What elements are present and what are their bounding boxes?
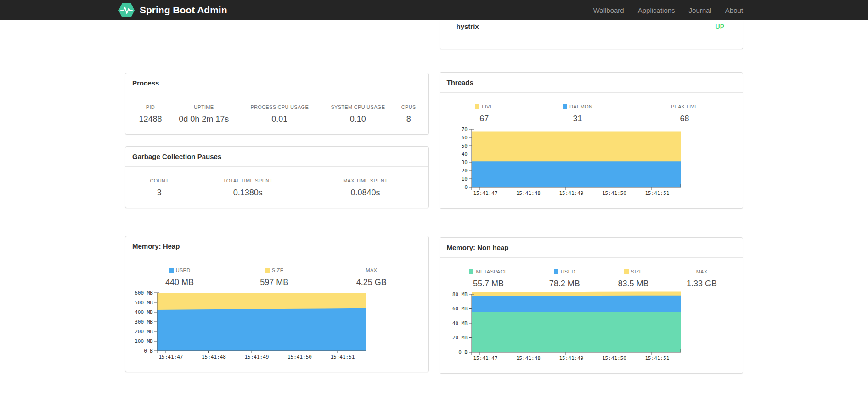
gc-stats-table: COUNTTOTAL TIME SPENTMAX TIME SPENT30.13… bbox=[132, 178, 422, 198]
memory-heap-card-body: USEDSIZEMAX440 MB597 MB4.25 GB 0 B100 MB… bbox=[125, 256, 428, 372]
nav-item-journal[interactable]: Journal bbox=[689, 6, 711, 14]
application-row[interactable]: hystrix UP bbox=[440, 20, 743, 36]
svg-text:80 MB: 80 MB bbox=[452, 291, 467, 297]
svg-text:40: 40 bbox=[461, 151, 467, 157]
legend-marker-icon bbox=[554, 269, 558, 274]
stat-value: 4.25 GB bbox=[321, 278, 421, 287]
stats-values-row: 55.7 MB78.2 MB83.5 MB1.33 GB bbox=[447, 279, 736, 289]
right-column: hystrix UP Threads LIVEDAEMONPEAK LIVE67… bbox=[440, 20, 744, 374]
threads-chart: 01020304050607015:41:4715:41:4815:41:491… bbox=[445, 126, 736, 199]
svg-text:15:41:48: 15:41:48 bbox=[516, 355, 541, 361]
stat-label: CPUS bbox=[396, 104, 422, 114]
threads-card: Threads LIVEDAEMONPEAK LIVE673168 010203… bbox=[440, 72, 744, 209]
svg-text:30: 30 bbox=[461, 159, 467, 165]
svg-text:20: 20 bbox=[461, 168, 467, 174]
svg-text:15:41:49: 15:41:49 bbox=[559, 355, 583, 361]
nav-item-wallboard[interactable]: Wallboard bbox=[593, 6, 624, 14]
stat-value: 0d 0h 2m 17s bbox=[169, 114, 239, 124]
stat-value: 3 bbox=[132, 188, 186, 198]
stat-label: METASPACE bbox=[447, 269, 530, 279]
brand-link[interactable]: Spring Boot Admin bbox=[118, 3, 227, 18]
process-card-body: PIDUPTIMEPROCESS CPU USAGESYSTEM CPU USA… bbox=[125, 93, 428, 134]
stat-label: USED bbox=[132, 268, 227, 278]
stats-labels-row: METASPACEUSEDSIZEMAX bbox=[447, 269, 736, 279]
navbar: Spring Boot Admin WallboardApplicationsJ… bbox=[0, 0, 868, 20]
stat-label: MAX TIME SPENT bbox=[310, 178, 422, 188]
svg-text:200 MB: 200 MB bbox=[135, 329, 153, 335]
stat-label: MAX bbox=[668, 269, 736, 279]
spacer bbox=[125, 208, 429, 236]
svg-text:15:41:48: 15:41:48 bbox=[202, 354, 226, 360]
memory-heap-card-title: Memory: Heap bbox=[125, 236, 428, 256]
stat-value: 440 MB bbox=[132, 278, 227, 287]
application-status-card: hystrix UP bbox=[440, 20, 744, 49]
stat-label: SIZE bbox=[599, 269, 668, 279]
legend-marker-icon bbox=[169, 268, 174, 273]
legend-marker-icon bbox=[265, 268, 270, 273]
stat-label: TOTAL TIME SPENT bbox=[186, 178, 310, 188]
svg-text:500 MB: 500 MB bbox=[135, 300, 153, 306]
application-status-badge: UP bbox=[716, 23, 724, 30]
svg-text:400 MB: 400 MB bbox=[135, 309, 153, 315]
stats-labels-row: PIDUPTIMEPROCESS CPU USAGESYSTEM CPU USA… bbox=[132, 104, 422, 114]
spacer bbox=[125, 135, 429, 146]
stats-labels-row: LIVEDAEMONPEAK LIVE bbox=[447, 104, 736, 114]
stat-label: SYSTEM CPU USAGE bbox=[320, 104, 396, 114]
stat-value: 0.0840s bbox=[310, 188, 422, 198]
svg-text:15:41:49: 15:41:49 bbox=[245, 354, 269, 360]
stat-label: LIVE bbox=[447, 104, 522, 114]
stat-value: 55.7 MB bbox=[447, 279, 530, 289]
left-column: Process PIDUPTIMEPROCESS CPU USAGESYSTEM… bbox=[125, 20, 429, 372]
svg-text:15:41:47: 15:41:47 bbox=[473, 190, 497, 196]
spacer bbox=[125, 20, 429, 73]
stat-value: 0.10 bbox=[320, 114, 396, 124]
nav-item-about[interactable]: About bbox=[725, 6, 743, 14]
svg-text:15:41:50: 15:41:50 bbox=[602, 355, 626, 361]
svg-text:60: 60 bbox=[461, 135, 467, 141]
svg-text:0 B: 0 B bbox=[144, 348, 153, 354]
stat-value: 1.33 GB bbox=[668, 279, 736, 289]
stat-value: 12488 bbox=[132, 114, 169, 124]
svg-text:15:41:51: 15:41:51 bbox=[645, 355, 669, 361]
svg-text:0: 0 bbox=[464, 184, 468, 190]
spacer bbox=[440, 49, 744, 72]
svg-text:15:41:48: 15:41:48 bbox=[516, 190, 541, 196]
memory-heap-stats-table: USEDSIZEMAX440 MB597 MB4.25 GB bbox=[132, 268, 422, 287]
stat-label: DAEMON bbox=[522, 104, 633, 114]
stats-labels-row: COUNTTOTAL TIME SPENTMAX TIME SPENT bbox=[132, 178, 422, 188]
brand-title: Spring Boot Admin bbox=[140, 5, 227, 16]
gc-card-body: COUNTTOTAL TIME SPENTMAX TIME SPENT30.13… bbox=[125, 167, 428, 208]
svg-text:60 MB: 60 MB bbox=[452, 306, 467, 312]
application-name[interactable]: hystrix bbox=[457, 23, 479, 30]
spacer bbox=[440, 209, 744, 237]
stat-label: PEAK LIVE bbox=[633, 104, 736, 114]
stats-values-row: 124880d 0h 2m 17s0.010.108 bbox=[132, 114, 422, 124]
svg-text:20 MB: 20 MB bbox=[452, 335, 467, 341]
stats-values-row: 673168 bbox=[447, 114, 736, 124]
memory-heap-chart: 0 B100 MB200 MB300 MB400 MB500 MB600 MB1… bbox=[130, 290, 422, 363]
legend-marker-icon bbox=[563, 104, 567, 109]
legend-marker-icon bbox=[475, 104, 479, 109]
svg-text:15:41:50: 15:41:50 bbox=[602, 190, 626, 196]
stat-label: USED bbox=[530, 269, 599, 279]
svg-text:15:41:47: 15:41:47 bbox=[473, 355, 497, 361]
stat-label: COUNT bbox=[132, 178, 186, 188]
nav-item-applications[interactable]: Applications bbox=[638, 6, 675, 14]
legend-marker-icon bbox=[469, 269, 473, 274]
memory-nonheap-card-title: Memory: Non heap bbox=[440, 238, 743, 258]
svg-text:70: 70 bbox=[461, 126, 467, 132]
process-card: Process PIDUPTIMEPROCESS CPU USAGESYSTEM… bbox=[125, 73, 429, 135]
gc-card: Garbage Collection Pauses COUNTTOTAL TIM… bbox=[125, 146, 429, 208]
svg-text:40 MB: 40 MB bbox=[452, 320, 467, 326]
svg-text:600 MB: 600 MB bbox=[135, 290, 153, 296]
stat-value: 597 MB bbox=[227, 278, 321, 287]
stat-value: 0.1380s bbox=[186, 188, 310, 198]
memory-nonheap-card: Memory: Non heap METASPACEUSEDSIZEMAX55.… bbox=[440, 237, 744, 374]
stat-label: PID bbox=[132, 104, 169, 114]
stats-values-row: 440 MB597 MB4.25 GB bbox=[132, 278, 422, 287]
svg-text:15:41:49: 15:41:49 bbox=[559, 190, 583, 196]
stats-values-row: 30.1380s0.0840s bbox=[132, 188, 422, 198]
svg-text:300 MB: 300 MB bbox=[135, 319, 153, 325]
stat-label: UPTIME bbox=[169, 104, 239, 114]
threads-card-body: LIVEDAEMONPEAK LIVE673168 01020304050607… bbox=[440, 93, 743, 208]
